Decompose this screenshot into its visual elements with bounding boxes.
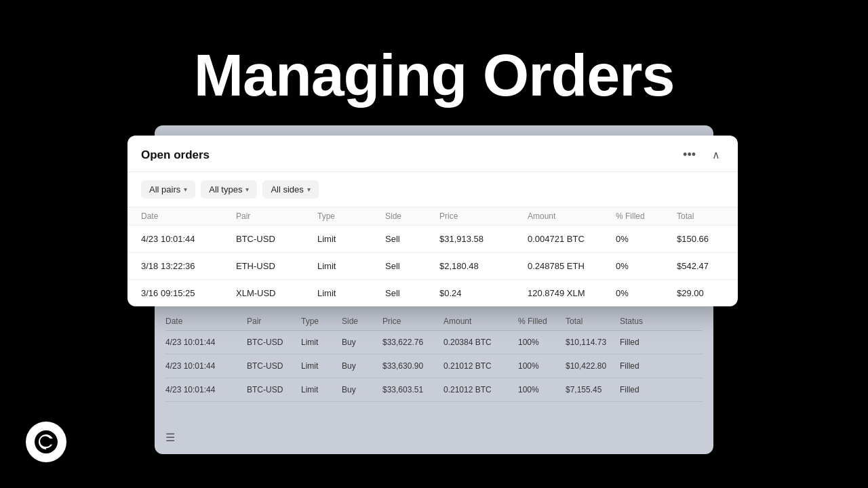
bg-table: Date Pair Type Side Price Amount % Fille…: [155, 312, 713, 402]
open-orders-modal: Open orders ••• ∧ All pairs All types Al…: [127, 136, 738, 306]
table-row: 3/18 13:22:36 ETH-USD Limit Sell $2,180.…: [127, 252, 738, 279]
col-header-pair: Pair: [236, 211, 317, 221]
row-type: Limit: [317, 261, 385, 271]
col-header-price: Price: [439, 211, 528, 221]
row-side: Sell: [385, 234, 439, 244]
filter-all-sides[interactable]: All sides: [262, 180, 318, 199]
bg-col-date: Date: [165, 317, 247, 326]
row-date: 4/23 10:01:44: [141, 234, 236, 244]
row-pair: ETH-USD: [236, 261, 317, 271]
col-header-side: Side: [385, 211, 439, 221]
row-amount: 120.8749 XLM: [528, 288, 616, 298]
orders-table: Date Pair Type Side Price Amount % Fille…: [127, 207, 738, 306]
bg-col-type: Type: [301, 317, 342, 326]
modal-filters: All pairs All types All sides: [127, 172, 738, 207]
table-row: 3/16 09:15:25 XLM-USD Limit Sell $0.24 1…: [127, 279, 738, 306]
col-header-date: Date: [141, 211, 236, 221]
modal-title: Open orders: [141, 148, 210, 162]
row-amount: 0.248785 ETH: [528, 261, 616, 271]
col-header-pct-filled: % Filled: [616, 211, 677, 221]
modal-more-button[interactable]: •••: [679, 146, 700, 163]
table-header: Date Pair Type Side Price Amount % Fille…: [127, 207, 738, 225]
row-side: Sell: [385, 288, 439, 298]
bg-col-status: Status: [620, 317, 667, 326]
bg-col-side: Side: [342, 317, 382, 326]
table-row: 4/23 10:01:44 BTC-USD Limit Buy $33,630.…: [165, 354, 703, 378]
filter-all-pairs[interactable]: All pairs: [141, 180, 195, 199]
row-amount: 0.004721 BTC: [528, 234, 616, 244]
bg-col-price: Price: [382, 317, 443, 326]
hamburger-icon: ☰: [165, 431, 175, 444]
page-title: Managing Orders: [0, 41, 868, 110]
row-total: $29.00: [677, 288, 738, 298]
modal-header-actions: ••• ∧: [679, 146, 724, 163]
row-date: 3/16 09:15:25: [141, 288, 236, 298]
row-side: Sell: [385, 261, 439, 271]
filter-all-types[interactable]: All types: [201, 180, 257, 199]
row-pct-filled: 0%: [616, 288, 677, 298]
table-row: 4/23 10:01:44 BTC-USD Limit Buy $33,603.…: [165, 378, 703, 402]
row-pair: BTC-USD: [236, 234, 317, 244]
row-date: 3/18 13:22:36: [141, 261, 236, 271]
row-total: $150.66: [677, 234, 738, 244]
row-price: $31,913.58: [439, 234, 528, 244]
row-total: $542.47: [677, 261, 738, 271]
col-header-amount: Amount: [528, 211, 616, 221]
row-type: Limit: [317, 288, 385, 298]
row-pair: XLM-USD: [236, 288, 317, 298]
bg-col-total: Total: [566, 317, 620, 326]
bg-table-header: Date Pair Type Side Price Amount % Fille…: [165, 312, 703, 331]
coinbase-logo: C: [26, 422, 66, 462]
logo-circle: C: [26, 422, 66, 462]
col-header-type: Type: [317, 211, 385, 221]
svg-text:C: C: [41, 434, 51, 449]
row-price: $2,180.48: [439, 261, 528, 271]
bg-col-pair: Pair: [247, 317, 301, 326]
modal-collapse-button[interactable]: ∧: [708, 147, 724, 163]
row-pct-filled: 0%: [616, 234, 677, 244]
row-pct-filled: 0%: [616, 261, 677, 271]
table-row: 4/23 10:01:44 BTC-USD Limit Buy $33,622.…: [165, 331, 703, 354]
modal-header: Open orders ••• ∧: [127, 136, 738, 172]
row-price: $0.24: [439, 288, 528, 298]
bg-col-pct: % Filled: [518, 317, 566, 326]
table-row: 4/23 10:01:44 BTC-USD Limit Sell $31,913…: [127, 225, 738, 252]
col-header-total: Total: [677, 211, 738, 221]
row-type: Limit: [317, 234, 385, 244]
coinbase-c-icon: C: [33, 429, 59, 455]
bg-col-amount: Amount: [443, 317, 518, 326]
